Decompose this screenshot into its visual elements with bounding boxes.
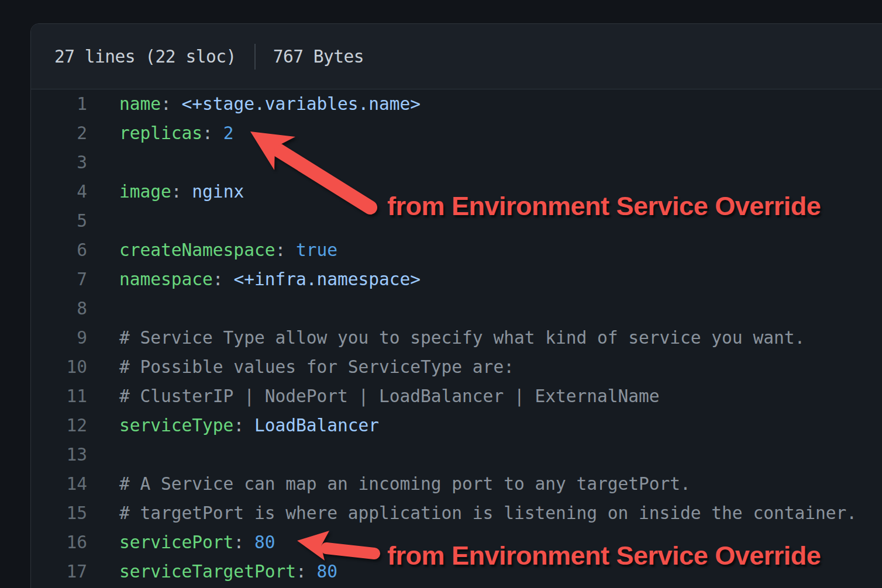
token-punc: : bbox=[213, 269, 234, 289]
token-num: 2 bbox=[223, 123, 234, 143]
token-comment: # Service Type allow you to specify what… bbox=[119, 328, 805, 348]
file-lines-info: 27 lines (22 sloc) bbox=[54, 47, 236, 67]
token-punc: : bbox=[161, 94, 182, 114]
line-number[interactable]: 16 bbox=[31, 528, 87, 557]
line-number[interactable]: 11 bbox=[31, 382, 87, 411]
code-line: 6createNamespace: true bbox=[31, 236, 882, 265]
code-line: 10# Possible values for ServiceType are: bbox=[31, 352, 882, 382]
code-line: 2replicas: 2 bbox=[31, 119, 882, 148]
annotation-label-1: from Environment Service Override bbox=[387, 191, 821, 222]
code-line: 9# Service Type allow you to specify wha… bbox=[31, 323, 882, 352]
token-punc: : bbox=[233, 416, 254, 435]
code-text: createNamespace: true bbox=[87, 236, 337, 265]
token-punc: : bbox=[275, 240, 296, 260]
token-str: <+infra.namespace> bbox=[233, 269, 421, 289]
code-text: # targetPort is where application is lis… bbox=[87, 499, 857, 528]
line-number[interactable]: 5 bbox=[31, 206, 87, 236]
token-key: serviceTargetPort bbox=[119, 562, 296, 582]
line-number[interactable]: 14 bbox=[31, 469, 87, 499]
token-str: LoadBalancer bbox=[254, 416, 379, 435]
token-comment: # targetPort is where application is lis… bbox=[119, 503, 857, 523]
token-comment: # A Service can map an incoming port to … bbox=[119, 474, 691, 494]
line-number[interactable]: 3 bbox=[31, 148, 87, 177]
file-header: 27 lines (22 sloc) 767 Bytes bbox=[31, 24, 882, 89]
code-text: namespace: <+infra.namespace> bbox=[87, 265, 421, 294]
code-line: 7namespace: <+infra.namespace> bbox=[31, 265, 882, 294]
code-text: # Possible values for ServiceType are: bbox=[87, 352, 514, 382]
token-comment: # ClusterIP | NodePort | LoadBalancer | … bbox=[119, 386, 660, 406]
token-str: nginx bbox=[192, 182, 244, 202]
line-number[interactable]: 15 bbox=[31, 499, 87, 528]
token-key: replicas bbox=[119, 123, 202, 143]
line-number[interactable]: 4 bbox=[31, 177, 87, 206]
code-viewer: 1name: <+stage.variables.name>2replicas:… bbox=[31, 89, 882, 586]
code-line: 12serviceType: LoadBalancer bbox=[31, 411, 882, 440]
token-key: createNamespace bbox=[119, 240, 275, 260]
line-number[interactable]: 8 bbox=[31, 294, 87, 323]
annotation-label-2: from Environment Service Override bbox=[387, 540, 821, 572]
code-line: 11# ClusterIP | NodePort | LoadBalancer … bbox=[31, 382, 882, 411]
annotation-arrow-1 bbox=[237, 117, 395, 222]
file-size-info: 767 Bytes bbox=[273, 47, 364, 67]
code-text bbox=[87, 294, 119, 323]
token-key: name bbox=[119, 94, 161, 114]
code-text bbox=[87, 206, 119, 236]
token-num: true bbox=[296, 240, 337, 260]
token-key: serviceType bbox=[119, 416, 233, 435]
code-text: serviceType: LoadBalancer bbox=[87, 411, 379, 440]
code-line: 14# A Service can map an incoming port t… bbox=[31, 469, 882, 499]
line-number[interactable]: 1 bbox=[31, 89, 87, 119]
token-key: namespace bbox=[119, 269, 213, 289]
code-line: 13 bbox=[31, 440, 882, 469]
line-number[interactable]: 12 bbox=[31, 411, 87, 440]
line-number[interactable]: 10 bbox=[31, 352, 87, 382]
code-text bbox=[87, 148, 119, 177]
token-punc: : bbox=[202, 123, 223, 143]
line-number[interactable]: 7 bbox=[31, 265, 87, 294]
code-line: 3 bbox=[31, 148, 882, 177]
code-text: replicas: 2 bbox=[87, 119, 233, 148]
code-text: servicePort: 80 bbox=[87, 528, 275, 557]
code-text: # ClusterIP | NodePort | LoadBalancer | … bbox=[87, 382, 660, 411]
token-comment: # Possible values for ServiceType are: bbox=[119, 357, 514, 377]
line-number[interactable]: 6 bbox=[31, 236, 87, 265]
code-line: 1name: <+stage.variables.name> bbox=[31, 89, 882, 119]
code-text: name: <+stage.variables.name> bbox=[87, 89, 421, 119]
code-line: 15# targetPort is where application is l… bbox=[31, 499, 882, 528]
code-text: # A Service can map an incoming port to … bbox=[87, 469, 691, 499]
file-info-divider bbox=[254, 44, 256, 70]
code-text bbox=[87, 440, 119, 469]
token-punc: : bbox=[233, 532, 254, 552]
code-text: # Service Type allow you to specify what… bbox=[87, 323, 805, 352]
token-str: <+stage.variables.name> bbox=[182, 94, 421, 114]
line-number[interactable]: 17 bbox=[31, 557, 87, 586]
token-num: 80 bbox=[254, 532, 275, 552]
line-number[interactable]: 2 bbox=[31, 119, 87, 148]
code-line: 8 bbox=[31, 294, 882, 323]
file-panel: 27 lines (22 sloc) 767 Bytes 1name: <+st… bbox=[30, 23, 882, 588]
token-key: image bbox=[119, 182, 171, 202]
line-number[interactable]: 13 bbox=[31, 440, 87, 469]
annotation-arrow-2 bbox=[284, 523, 395, 576]
token-punc: : bbox=[171, 182, 192, 202]
token-key: servicePort bbox=[119, 532, 233, 552]
code-text: image: nginx bbox=[87, 177, 244, 206]
line-number[interactable]: 9 bbox=[31, 323, 87, 352]
